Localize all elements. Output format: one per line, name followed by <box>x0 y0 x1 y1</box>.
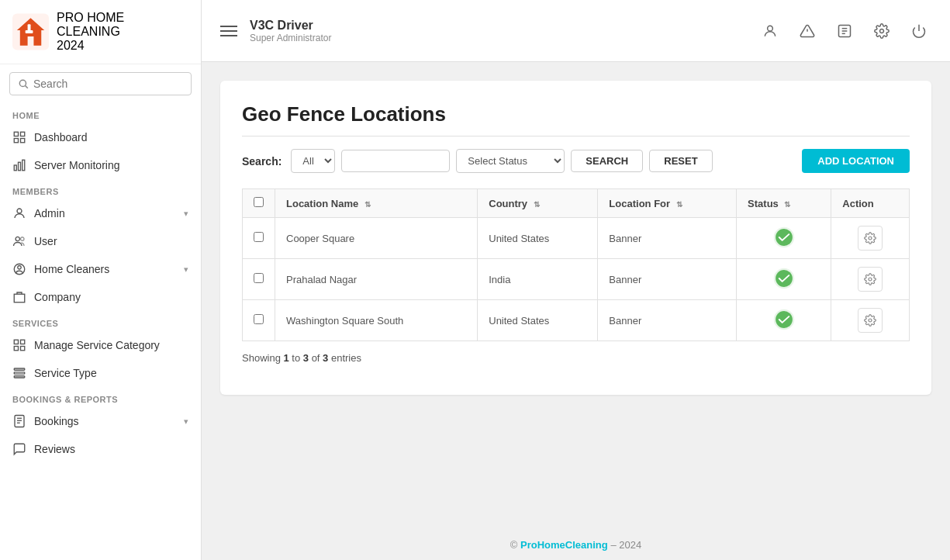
search-bar: Search: All Select Status Active Inactiv… <box>242 149 910 173</box>
sort-icon-location: ⇅ <box>364 200 371 209</box>
settings-header-button[interactable] <box>869 19 894 43</box>
sidebar-search-box[interactable] <box>9 72 192 95</box>
check-circle-icon <box>773 268 795 289</box>
svg-point-13 <box>17 209 22 213</box>
select-all-checkbox[interactable] <box>254 197 264 207</box>
sidebar-item-admin-label: Admin <box>34 207 176 220</box>
sort-icon-country: ⇅ <box>534 200 540 209</box>
th-location-for[interactable]: Location For ⇅ <box>598 189 737 218</box>
svg-rect-29 <box>15 416 24 427</box>
td-country-2: United States <box>478 300 598 341</box>
svg-rect-26 <box>14 368 25 370</box>
svg-point-14 <box>16 237 19 240</box>
logo-year: 2024 <box>57 39 188 53</box>
sidebar-item-manage-service-category[interactable]: Manage Service Category <box>0 331 201 359</box>
power-header-button[interactable] <box>907 19 931 43</box>
svg-rect-23 <box>21 340 25 344</box>
td-location-name-2: Washington Square South <box>275 300 478 341</box>
check-circle-icon <box>773 226 795 248</box>
svg-rect-27 <box>14 372 25 374</box>
logo-image <box>12 13 49 50</box>
status-select[interactable]: Select Status Active Inactive <box>456 149 565 173</box>
user-header-button[interactable] <box>758 19 782 43</box>
svg-rect-25 <box>21 347 25 351</box>
grid-service-icon <box>12 338 26 352</box>
action-gear-button-0[interactable] <box>858 226 883 251</box>
td-action-0 <box>831 218 910 259</box>
sidebar-item-company[interactable]: Company <box>0 283 201 311</box>
gear-icon <box>864 232 876 244</box>
svg-rect-8 <box>14 139 18 143</box>
footer-brand: ProHomeCleaning <box>520 539 608 551</box>
svg-point-17 <box>18 266 22 270</box>
gear-icon <box>864 314 876 327</box>
alert-header-button[interactable] <box>795 19 820 43</box>
hamburger-line-3 <box>220 35 237 36</box>
row-checkbox-2[interactable] <box>254 314 264 324</box>
table-body: Cooper Square United States Banner <box>243 218 910 341</box>
header-title-area: V3C Driver Super Administrator <box>250 19 331 43</box>
sidebar-item-user[interactable]: User <box>0 227 201 255</box>
td-status-2 <box>737 300 831 341</box>
svg-rect-18 <box>14 294 25 302</box>
hamburger-button[interactable] <box>220 26 237 36</box>
footer-year: – 2024 <box>610 539 641 551</box>
td-checkbox-2 <box>243 300 275 341</box>
sidebar-item-home-cleaners[interactable]: Home Cleaners ▾ <box>0 255 201 283</box>
sidebar-item-server-monitoring[interactable]: Server Monitoring <box>0 151 201 179</box>
nav-section-bookings: BOOKINGS & REPORTS <box>0 387 201 407</box>
power-icon <box>911 23 927 39</box>
sidebar-item-bookings-label: Bookings <box>34 415 176 427</box>
sidebar-item-reviews[interactable]: Reviews <box>0 435 201 463</box>
search-button[interactable]: SEARCH <box>571 150 643 172</box>
th-country[interactable]: Country ⇅ <box>478 189 598 218</box>
reset-button[interactable]: RESET <box>649 150 712 172</box>
sidebar-search-input[interactable] <box>33 78 183 90</box>
th-status[interactable]: Status ⇅ <box>737 189 831 218</box>
th-location-name-label: Location Name <box>286 198 358 209</box>
list-icon <box>12 366 26 380</box>
svg-point-46 <box>776 270 793 287</box>
sidebar-item-service-type[interactable]: Service Type <box>0 359 201 387</box>
sidebar-item-admin[interactable]: Admin ▾ <box>0 199 201 227</box>
footer-copy: © <box>510 539 518 551</box>
people-icon <box>12 234 26 248</box>
header: V3C Driver Super Administrator <box>202 0 950 62</box>
th-checkbox <box>243 189 275 218</box>
grid-icon <box>12 130 26 144</box>
row-checkbox-1[interactable] <box>254 273 264 283</box>
th-action: Action <box>831 189 910 218</box>
sidebar-item-company-label: Company <box>34 291 188 303</box>
chevron-down-icon-bookings: ▾ <box>184 417 188 427</box>
status-badge-2 <box>773 309 795 330</box>
table-row: Cooper Square United States Banner <box>243 218 910 259</box>
add-location-button[interactable]: ADD LOCATION <box>802 149 910 173</box>
header-left: V3C Driver Super Administrator <box>220 19 331 43</box>
note-header-button[interactable] <box>832 19 857 43</box>
svg-point-49 <box>776 311 793 328</box>
td-action-1 <box>831 259 910 300</box>
sidebar-item-dashboard[interactable]: Dashboard <box>0 123 201 151</box>
search-all-select[interactable]: All <box>291 149 335 173</box>
user-icon <box>762 23 778 39</box>
footer: © ProHomeCleaning – 2024 <box>202 530 950 560</box>
sidebar-item-bookings[interactable]: Bookings ▾ <box>0 407 201 435</box>
svg-point-4 <box>19 80 26 86</box>
showing-to: 3 <box>303 352 309 364</box>
bar-chart-icon <box>12 158 26 172</box>
td-action-2 <box>831 300 910 341</box>
th-location-name[interactable]: Location Name ⇅ <box>275 189 478 218</box>
td-status-0 <box>737 218 831 259</box>
svg-rect-22 <box>14 340 18 344</box>
svg-point-15 <box>21 237 25 241</box>
row-checkbox-0[interactable] <box>254 232 264 242</box>
action-gear-button-2[interactable] <box>858 308 883 333</box>
search-text-input[interactable] <box>341 150 450 172</box>
action-gear-button-1[interactable] <box>858 267 883 292</box>
svg-rect-3 <box>26 30 33 33</box>
svg-point-50 <box>869 319 872 322</box>
svg-rect-11 <box>19 162 21 171</box>
hamburger-line-1 <box>220 26 237 27</box>
svg-point-43 <box>776 229 793 246</box>
svg-point-33 <box>768 26 773 31</box>
